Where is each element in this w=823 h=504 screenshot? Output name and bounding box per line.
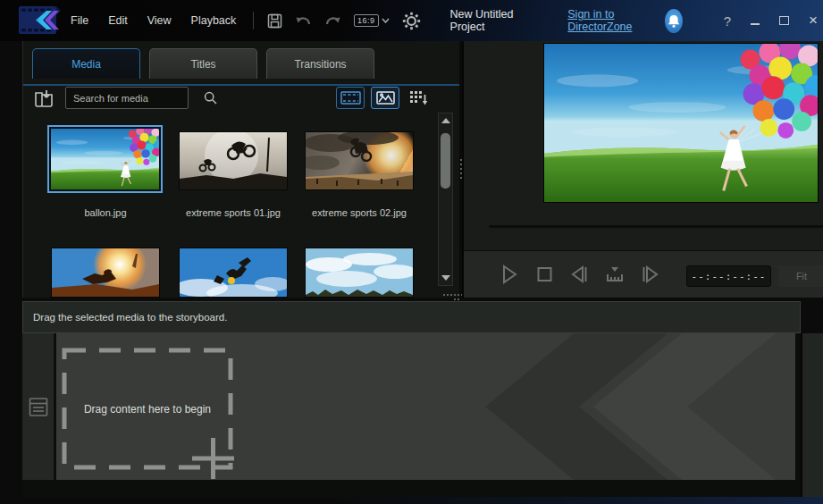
snapshot-icon xyxy=(604,264,626,285)
import-media-icon xyxy=(32,87,55,110)
menu-file[interactable]: File xyxy=(61,9,98,32)
dropzone[interactable]: Drag content here to begin xyxy=(64,350,231,467)
play-icon xyxy=(500,264,519,285)
menu-view[interactable]: View xyxy=(138,9,181,32)
media-item-label: extreme sports 01.jpg xyxy=(166,207,300,218)
gear-icon xyxy=(402,12,421,30)
filter-video-button[interactable] xyxy=(336,87,365,109)
playback-controls: --:--:--:-- Fit xyxy=(462,250,823,298)
aspect-ratio-value: 16:9 xyxy=(354,14,379,27)
preview-image xyxy=(543,43,819,203)
save-icon xyxy=(267,13,282,29)
library-vertical-scrollbar[interactable] xyxy=(438,113,453,286)
help-button[interactable]: ? xyxy=(718,12,736,30)
maximize-button[interactable] xyxy=(774,10,794,31)
media-item-label: extreme sports 02.jpg xyxy=(292,207,426,218)
tab-transitions[interactable]: Transitions xyxy=(266,48,374,79)
storyboard-track[interactable]: Drag content here to begin xyxy=(56,333,795,480)
zoom-fit-dropdown[interactable]: Fit xyxy=(778,265,823,287)
project-title: New Untitled Project xyxy=(450,8,525,33)
library-toolbar xyxy=(23,80,459,115)
storyboard-right-column xyxy=(801,333,823,497)
stop-icon xyxy=(535,264,553,285)
library-tabs: Media Titles Transitions xyxy=(23,47,459,80)
photos-icon xyxy=(376,91,395,105)
scrollbar-thumb[interactable] xyxy=(441,133,450,189)
next-frame-button[interactable] xyxy=(639,263,662,286)
tab-transitions-label: Transitions xyxy=(294,58,346,71)
titlebar: File Edit View Playback 16:9 xyxy=(0,0,823,41)
app-logo-icon xyxy=(18,5,61,35)
tab-titles[interactable]: Titles xyxy=(149,48,257,79)
bell-icon xyxy=(668,14,680,28)
toolbar-separator xyxy=(253,12,254,29)
arrow-up-icon xyxy=(441,118,450,123)
minimize-button[interactable] xyxy=(745,10,765,31)
settings-button[interactable] xyxy=(396,8,427,34)
app-window: File Edit View Playback 16:9 xyxy=(0,0,823,504)
tab-media[interactable]: Media xyxy=(32,48,140,79)
media-item-partial-3[interactable] xyxy=(305,248,414,298)
media-item-label: ballon.jpg xyxy=(47,207,164,218)
media-item-partial-2[interactable] xyxy=(179,248,288,298)
redo-icon xyxy=(324,13,341,28)
maximize-icon xyxy=(779,16,789,25)
close-button[interactable]: × xyxy=(803,10,823,31)
undo-icon xyxy=(295,13,312,28)
media-item-ballon[interactable] xyxy=(47,125,163,193)
arrow-down-icon xyxy=(441,275,450,281)
snapshot-button[interactable] xyxy=(603,263,626,286)
play-button[interactable] xyxy=(498,263,521,286)
save-button[interactable] xyxy=(261,10,289,32)
sort-grid-icon xyxy=(409,90,428,105)
menu-edit[interactable]: Edit xyxy=(98,9,138,32)
media-item-extreme-sports-01[interactable] xyxy=(179,131,288,190)
scroll-down-button[interactable] xyxy=(439,272,452,284)
search-box xyxy=(65,87,189,109)
sort-order-button[interactable] xyxy=(407,87,431,109)
previous-frame-icon xyxy=(569,264,589,285)
tab-media-label: Media xyxy=(71,58,101,71)
storyboard-panel: Drag content here to begin xyxy=(22,333,801,497)
close-icon: × xyxy=(809,14,818,27)
previous-frame-button[interactable] xyxy=(567,263,591,286)
aspect-ratio-dropdown[interactable]: 16:9 xyxy=(348,11,396,30)
video-clips-icon xyxy=(340,91,361,105)
preview-seek-bar[interactable] xyxy=(489,225,823,228)
signin-directorzone-link[interactable]: Sign in to DirectorZone xyxy=(567,8,651,33)
import-media-button[interactable] xyxy=(31,86,56,110)
chevron-down-icon xyxy=(382,18,390,23)
media-library-panel: Media Titles Transitions xyxy=(22,41,459,298)
media-item-partial-1[interactable] xyxy=(51,248,160,298)
menu-playback[interactable]: Playback xyxy=(181,9,247,32)
storyboard-mode-column xyxy=(22,333,54,480)
timecode-display: --:--:--:-- xyxy=(686,265,771,287)
preview-panel xyxy=(462,41,823,250)
window-bottom-edge xyxy=(0,497,823,504)
media-item-extreme-sports-02[interactable] xyxy=(305,131,414,190)
storyboard-caption: Drag the selected media to the storyboar… xyxy=(33,312,227,323)
dropzone-label: Drag content here to begin xyxy=(84,403,211,416)
scroll-up-button[interactable] xyxy=(439,114,452,127)
stop-button[interactable] xyxy=(533,263,556,286)
next-frame-icon xyxy=(641,264,660,285)
search-input[interactable] xyxy=(66,93,204,104)
filter-photo-button[interactable] xyxy=(371,87,399,109)
notifications-button[interactable] xyxy=(665,9,683,33)
search-icon[interactable] xyxy=(204,91,217,105)
undo-button[interactable] xyxy=(289,10,318,31)
storyboard-caption-bar: Drag the selected media to the storyboar… xyxy=(22,301,801,333)
tab-titles-label: Titles xyxy=(190,58,215,71)
storyboard-icon[interactable] xyxy=(29,395,48,419)
redo-button[interactable] xyxy=(318,10,348,31)
minimize-icon xyxy=(751,23,760,25)
